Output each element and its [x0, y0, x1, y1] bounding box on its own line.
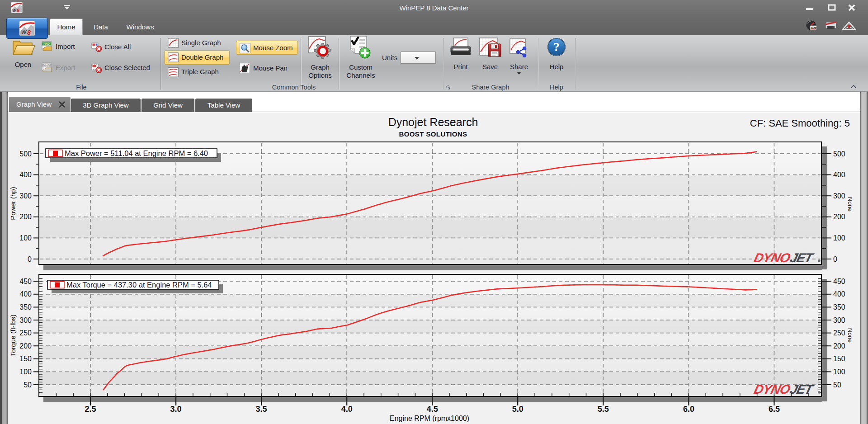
svg-text:W8: W8	[811, 26, 817, 30]
svg-text:CSV: CSV	[43, 64, 50, 67]
svg-text:?: ?	[553, 40, 560, 54]
svg-text:CF: SAE Smoothing: 5: CF: SAE Smoothing: 5	[750, 118, 850, 129]
svg-text:Dynojet Research: Dynojet Research	[388, 116, 478, 128]
svg-text:250: 250	[833, 329, 845, 337]
svg-text:500: 500	[833, 150, 845, 158]
svg-text:450: 450	[19, 278, 32, 285]
svg-text:4.5: 4.5	[427, 405, 438, 414]
svg-text:Engine RPM (rpmx1000): Engine RPM (rpmx1000)	[390, 415, 469, 422]
svg-text:100: 100	[19, 234, 32, 242]
svg-text:300: 300	[833, 316, 845, 324]
svg-text:200: 200	[833, 342, 845, 350]
svg-text:50: 50	[24, 381, 32, 389]
svg-text:100: 100	[833, 368, 845, 376]
svg-text:300: 300	[19, 192, 32, 200]
svg-text:5.5: 5.5	[598, 405, 609, 414]
svg-text:200: 200	[19, 213, 32, 221]
svg-text:None: None	[847, 328, 854, 343]
svg-text:Torque (ft-lbs): Torque (ft-lbs)	[9, 315, 17, 357]
svg-text:3.5: 3.5	[256, 405, 267, 414]
svg-text:W: W	[21, 29, 27, 36]
svg-text:BOOST SOLUTIONS: BOOST SOLUTIONS	[399, 130, 467, 138]
svg-text:450: 450	[833, 278, 845, 285]
svg-text:200: 200	[833, 213, 845, 221]
svg-text:100: 100	[833, 234, 845, 242]
svg-text:2.5: 2.5	[85, 405, 96, 414]
svg-text:400: 400	[833, 171, 845, 179]
svg-text:500: 500	[19, 150, 32, 158]
svg-text:0: 0	[28, 255, 32, 263]
svg-text:6.0: 6.0	[683, 405, 694, 414]
svg-text:CSV: CSV	[43, 42, 50, 46]
svg-text:6.5: 6.5	[769, 405, 780, 414]
svg-text:400: 400	[833, 290, 845, 298]
svg-text:300: 300	[833, 192, 845, 200]
svg-text:50: 50	[833, 381, 841, 389]
svg-text:5.0: 5.0	[512, 405, 524, 414]
svg-text:400: 400	[19, 290, 32, 298]
svg-text:DYNO: DYNO	[753, 250, 793, 265]
svg-text:250: 250	[19, 329, 32, 337]
svg-text:300: 300	[19, 316, 32, 324]
svg-text:150: 150	[833, 355, 845, 363]
svg-text:Power (hp): Power (hp)	[9, 187, 17, 220]
svg-text:0: 0	[833, 255, 837, 263]
svg-text:Max Power = 511.04 at Engine R: Max Power = 511.04 at Engine RPM = 6.40	[65, 149, 208, 157]
svg-text:Max Torque = 437.30 at Engine: Max Torque = 437.30 at Engine RPM = 5.64	[66, 281, 212, 289]
svg-text:None: None	[847, 197, 854, 212]
svg-text:4.0: 4.0	[341, 405, 353, 414]
svg-text:350: 350	[19, 303, 32, 311]
svg-text:150: 150	[19, 355, 32, 363]
svg-text:200: 200	[19, 342, 32, 350]
svg-text:400: 400	[19, 171, 32, 179]
svg-text:8: 8	[27, 29, 31, 36]
svg-text:350: 350	[833, 303, 845, 311]
svg-text:100: 100	[19, 368, 32, 376]
svg-text:3.0: 3.0	[170, 405, 182, 414]
svg-text:DYNO: DYNO	[753, 382, 793, 396]
